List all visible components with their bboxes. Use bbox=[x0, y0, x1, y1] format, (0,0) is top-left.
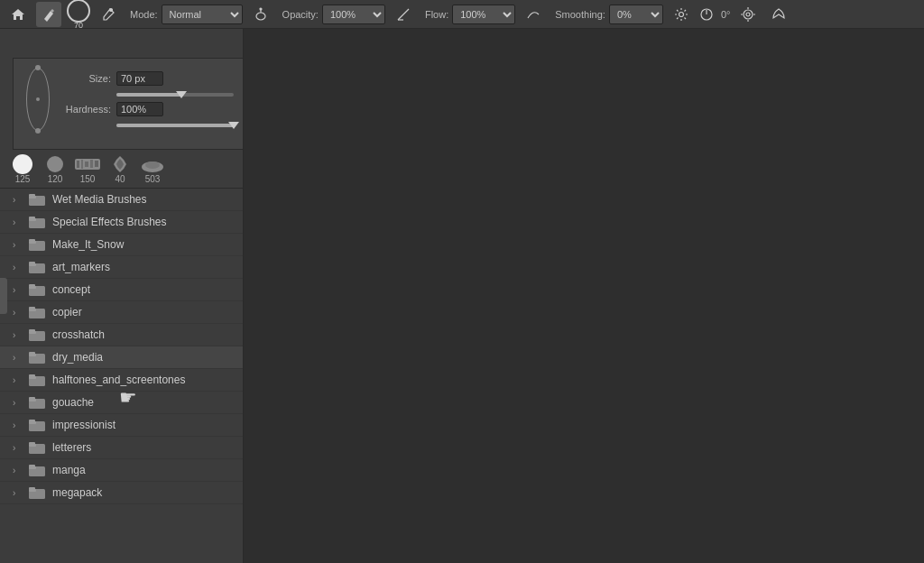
size-slider-thumb[interactable] bbox=[176, 91, 187, 98]
brush-folder-row-0[interactable]: › Wet Media Brushes bbox=[0, 189, 243, 211]
folder-icon-1 bbox=[29, 216, 45, 228]
preset-num-3: 150 bbox=[80, 174, 96, 184]
brush-folder-row-10[interactable]: › impressionist bbox=[0, 414, 243, 437]
svg-point-1 bbox=[256, 13, 265, 20]
brush-preset-2[interactable]: 120 bbox=[42, 154, 69, 184]
brush-folder-row-6[interactable]: › crosshatch bbox=[0, 324, 243, 346]
svg-rect-26 bbox=[29, 217, 35, 219]
settings-button[interactable] bbox=[669, 2, 694, 27]
airbrush-toggle-button[interactable] bbox=[248, 2, 273, 27]
brush-preset-1[interactable]: 125 bbox=[9, 154, 36, 184]
svg-point-4 bbox=[679, 12, 683, 16]
svg-rect-18 bbox=[95, 161, 98, 167]
chevron-icon-5: › bbox=[13, 308, 22, 318]
brush-folder-row-8[interactable]: › halftones_and_screentones bbox=[0, 369, 243, 392]
hardness-input[interactable] bbox=[116, 102, 163, 116]
brush-circle-preview bbox=[26, 68, 50, 131]
eyedropper-button[interactable] bbox=[96, 2, 121, 27]
brush-settings-panel: Size: Hardness: bbox=[13, 58, 244, 150]
brush-folder-row-2[interactable]: › Make_It_Snow bbox=[0, 234, 243, 256]
folder-label-7: dry_media bbox=[52, 351, 103, 364]
brush-folder-row-1[interactable]: › Special Effects Brushes bbox=[0, 211, 243, 234]
preset-texture-3-icon bbox=[75, 155, 100, 173]
preset-num-4: 40 bbox=[115, 174, 125, 184]
flow-select[interactable]: 100% 75% 50% bbox=[452, 5, 515, 24]
mode-group: Mode: Normal Multiply Screen Overlay bbox=[126, 5, 243, 24]
home-button[interactable] bbox=[5, 2, 31, 27]
smoothing-select[interactable]: 0% 10% 25% bbox=[609, 5, 663, 24]
chevron-icon-11: › bbox=[13, 443, 22, 453]
chevron-icon-0: › bbox=[13, 195, 22, 205]
svg-point-0 bbox=[110, 8, 113, 11]
hardness-slider-thumb[interactable] bbox=[228, 122, 239, 129]
panel-collapse-tab[interactable] bbox=[0, 278, 7, 314]
opacity-select[interactable]: 100% 90% 75% 50% bbox=[322, 5, 385, 24]
target-button[interactable] bbox=[735, 2, 761, 27]
brush-folder-row-7[interactable]: › dry_media bbox=[0, 346, 243, 369]
preset-texture-5-icon bbox=[140, 155, 165, 173]
brush-folder-row-9[interactable]: › gouache bbox=[0, 392, 243, 414]
brush-tool-button[interactable] bbox=[36, 2, 61, 27]
svg-rect-41 bbox=[29, 329, 35, 332]
brush-size-display: 70 bbox=[67, 0, 90, 30]
folder-label-6: crosshatch bbox=[52, 328, 105, 341]
brush-bottom-dot bbox=[35, 128, 41, 134]
preset-circle-white-icon bbox=[13, 154, 32, 174]
folder-icon-2 bbox=[29, 238, 45, 251]
chevron-icon-7: › bbox=[13, 353, 22, 363]
brush-center-dot bbox=[36, 97, 40, 101]
size-input[interactable] bbox=[116, 71, 163, 86]
svg-rect-23 bbox=[29, 194, 35, 197]
folder-label-0: Wet Media Brushes bbox=[52, 193, 147, 206]
brush-preset-4[interactable]: 40 bbox=[106, 154, 134, 184]
symmetry-button[interactable] bbox=[766, 2, 791, 27]
brush-presets-row: 125 120 bbox=[0, 151, 243, 189]
chevron-icon-1: › bbox=[13, 217, 22, 227]
preset-num-5: 503 bbox=[145, 174, 161, 184]
brush-folder-row-13[interactable]: › megapack bbox=[0, 482, 243, 504]
brush-folder-row-4[interactable]: › concept bbox=[0, 279, 243, 301]
size-row: Size: bbox=[59, 71, 234, 86]
folder-label-11: letterers bbox=[52, 441, 91, 454]
svg-point-7 bbox=[744, 10, 753, 19]
folder-icon-0 bbox=[29, 193, 45, 206]
smoothing-label: Smoothing: bbox=[555, 9, 605, 20]
svg-point-8 bbox=[746, 13, 750, 16]
size-label: Size: bbox=[59, 73, 111, 84]
chevron-icon-8: › bbox=[13, 375, 22, 385]
brush-folder-row-11[interactable]: › letterers bbox=[0, 437, 243, 459]
chevron-icon-3: › bbox=[13, 263, 22, 272]
brush-folder-row-3[interactable]: › art_markers bbox=[0, 256, 243, 279]
svg-rect-53 bbox=[29, 420, 35, 422]
preset-num-2: 120 bbox=[48, 174, 63, 184]
chevron-icon-6: › bbox=[13, 330, 22, 340]
smoothing-group: Smoothing: 0% 10% 25% bbox=[551, 5, 663, 24]
size-slider-fill bbox=[116, 93, 181, 97]
mode-select[interactable]: Normal Multiply Screen Overlay bbox=[162, 5, 243, 24]
opacity-group: Opacity: 100% 90% 75% 50% bbox=[279, 5, 385, 24]
svg-rect-47 bbox=[29, 374, 35, 377]
svg-rect-35 bbox=[29, 284, 35, 287]
folder-icon-11 bbox=[29, 441, 45, 454]
brush-folder-row-5[interactable]: › copier bbox=[0, 301, 243, 324]
svg-rect-59 bbox=[29, 465, 35, 467]
preset-num-1: 125 bbox=[15, 174, 31, 184]
folder-icon-4 bbox=[29, 283, 45, 296]
brush-folder-row-12[interactable]: › manga bbox=[0, 459, 243, 482]
brush-preset-3[interactable]: 150 bbox=[74, 154, 101, 184]
folder-icon-10 bbox=[29, 419, 45, 431]
svg-point-20 bbox=[145, 162, 160, 169]
svg-rect-14 bbox=[77, 161, 79, 168]
hardness-slider-track[interactable] bbox=[116, 124, 234, 127]
folder-label-13: megapack bbox=[52, 486, 102, 499]
chevron-icon-4: › bbox=[13, 285, 22, 295]
canvas-area[interactable] bbox=[244, 29, 924, 563]
svg-rect-62 bbox=[29, 487, 35, 490]
size-slider-track[interactable] bbox=[116, 93, 234, 97]
angle-icon-button[interactable] bbox=[391, 2, 416, 27]
folder-icon-7 bbox=[29, 351, 45, 364]
brush-preset-5[interactable]: 503 bbox=[139, 154, 166, 184]
brush-preview-area: Size: Hardness: bbox=[26, 68, 234, 131]
smoothing-icon-button[interactable] bbox=[521, 2, 546, 27]
folder-label-4: concept bbox=[52, 283, 90, 296]
